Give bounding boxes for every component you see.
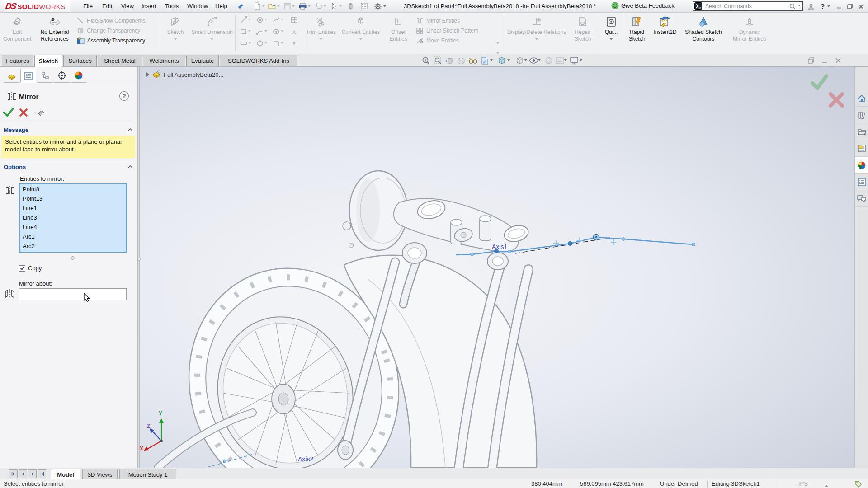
arc-tool[interactable] — [254, 26, 269, 37]
instant2d-button[interactable]: Instant2D — [650, 14, 680, 53]
display-delete-relations-button[interactable]: Display/Delete Relations — [506, 14, 567, 53]
print-caret[interactable] — [308, 5, 311, 9]
list-item[interactable]: Point8 — [20, 184, 126, 194]
previous-view-icon[interactable] — [444, 55, 455, 66]
offset-entities-button[interactable]: Offset Entities — [385, 14, 411, 53]
menu-view[interactable]: View — [117, 0, 138, 12]
beta-feedback-button[interactable]: Give Beta Feedback — [611, 2, 675, 9]
text-tool[interactable]: A — [287, 26, 302, 37]
edit-component-button[interactable]: Edit Component — [3, 14, 32, 53]
graphics-viewport[interactable]: Full AssemblyBeta20... Axis1 Axis2 Y Z X — [140, 67, 854, 468]
tab-model[interactable]: Model — [51, 469, 80, 479]
select-cursor-icon[interactable] — [330, 2, 339, 10]
linear-sketch-pattern-button[interactable]: Linear Sketch Pattern — [416, 26, 478, 35]
display-manager-tab[interactable] — [71, 69, 86, 83]
confirm-corner-cancel-icon[interactable] — [828, 91, 845, 108]
hide-show-components-button[interactable]: Hide/Show Components — [77, 16, 145, 25]
doc-window-restore-icon[interactable] — [806, 55, 816, 66]
file-explorer-button[interactable] — [855, 124, 868, 140]
hide-show-items-caret[interactable] — [538, 59, 541, 62]
command-search[interactable] — [693, 1, 803, 11]
shaded-sketch-contours-button[interactable]: Shaded Sketch Contours — [681, 14, 726, 53]
view-orientation-cube-icon[interactable] — [496, 55, 507, 66]
repair-sketch-button[interactable]: Repair Sketch — [570, 14, 596, 53]
open-caret[interactable] — [277, 5, 280, 9]
panel-help-icon[interactable]: ? — [119, 91, 129, 101]
property-manager-tab[interactable] — [20, 69, 36, 83]
edit-appearance-caret[interactable] — [490, 59, 493, 62]
sketch-button[interactable]: Sketch — [163, 14, 188, 53]
smart-dimension-caret[interactable] — [211, 38, 213, 42]
status-units[interactable]: IPS — [798, 480, 808, 487]
message-section-header[interactable]: Message — [0, 126, 137, 136]
tab-3d-views[interactable]: 3D Views — [82, 469, 118, 479]
section-view-icon[interactable] — [455, 55, 466, 66]
options-gear-icon[interactable] — [373, 2, 382, 10]
doc-window-close-icon[interactable] — [833, 55, 844, 66]
convert-caret[interactable] — [359, 38, 362, 42]
configuration-manager-tab[interactable] — [37, 69, 53, 83]
linear-pattern-caret[interactable] — [496, 42, 499, 46]
prev-tab-nav-button[interactable] — [19, 469, 27, 478]
convert-entities-button[interactable]: Convert Entities — [338, 14, 383, 53]
move-entities-button[interactable]: Move Entities — [416, 36, 459, 45]
new-document-icon[interactable] — [253, 2, 262, 10]
quick-snaps-button[interactable]: Qui... — [600, 14, 622, 53]
print-icon[interactable] — [298, 2, 307, 10]
ellipse-tool[interactable] — [270, 26, 286, 37]
entities-to-mirror-listbox[interactable]: Point8 Point13 Line1 Line3 Line4 Arc1 Ar… — [19, 183, 127, 253]
save-icon[interactable] — [283, 2, 292, 10]
help-menu-icon[interactable]: ? — [818, 2, 827, 10]
mirror-about-input[interactable] — [19, 288, 127, 300]
search-input[interactable] — [703, 3, 789, 9]
confirm-corner-ok-icon[interactable] — [810, 74, 829, 90]
listbox-resize-handle[interactable] — [71, 256, 75, 260]
custom-properties-button[interactable] — [855, 174, 868, 190]
new-caret[interactable] — [262, 5, 265, 9]
change-transparency-button[interactable]: Change Transparency — [77, 26, 140, 35]
menu-edit[interactable]: Edit — [98, 0, 117, 12]
dimxpert-manager-tab[interactable] — [54, 69, 70, 83]
last-tab-nav-button[interactable] — [38, 469, 46, 478]
view-settings-monitor-icon[interactable] — [569, 55, 580, 66]
dynamic-mirror-button[interactable]: Dynamic Mirror Entities — [727, 14, 772, 53]
forum-button[interactable] — [855, 191, 868, 207]
help-caret[interactable] — [827, 5, 830, 9]
breadcrumb-expand-icon[interactable] — [146, 72, 150, 77]
pin-menubar-icon[interactable] — [236, 2, 245, 10]
tab-solidworks-addins[interactable]: SOLIDWORKS Add-Ins — [220, 55, 297, 66]
tab-sketch[interactable]: Sketch — [34, 55, 62, 67]
apply-scene-icon[interactable] — [554, 55, 565, 66]
fillet-tool[interactable] — [270, 38, 286, 49]
menu-window[interactable]: Window — [183, 0, 212, 12]
slot-tool[interactable] — [238, 38, 253, 49]
apply-scene-caret[interactable] — [564, 59, 567, 62]
trim-caret[interactable] — [320, 38, 322, 42]
minimize-button[interactable] — [835, 2, 844, 10]
view-settings-caret[interactable] — [580, 59, 582, 62]
breadcrumb[interactable]: Full AssemblyBeta20... — [146, 70, 223, 79]
list-item[interactable]: Line4 — [20, 222, 126, 232]
design-library-button[interactable] — [855, 107, 868, 123]
view-orientation-caret[interactable] — [507, 59, 510, 62]
search-scope-caret[interactable] — [798, 5, 801, 8]
options-collapse-chevron-icon[interactable] — [127, 165, 133, 169]
appearances-scenes-button[interactable] — [855, 157, 868, 174]
no-external-references-button[interactable]: No External References — [36, 14, 73, 53]
sketch-caret[interactable] — [174, 38, 177, 42]
doc-window-minimize-icon[interactable] — [819, 55, 830, 66]
first-tab-nav-button[interactable] — [9, 469, 18, 478]
tab-features[interactable]: Features — [2, 55, 33, 66]
polygon-tool[interactable] — [254, 38, 269, 49]
rapid-sketch-button[interactable]: Rapid Sketch — [625, 14, 649, 53]
tab-motion-study[interactable]: Motion Study 1 — [119, 469, 176, 479]
edit-appearance-ball-icon[interactable] — [543, 55, 554, 66]
pin-button[interactable] — [34, 108, 45, 117]
assembly-transparency-button[interactable]: Assembly Transparency — [77, 36, 145, 45]
close-button[interactable] — [856, 2, 865, 10]
select-caret[interactable] — [339, 5, 342, 9]
options-caret[interactable] — [383, 5, 386, 9]
spline-tool[interactable] — [270, 14, 286, 25]
tags-icon[interactable] — [854, 480, 862, 488]
rectangle-tool[interactable] — [238, 26, 253, 37]
